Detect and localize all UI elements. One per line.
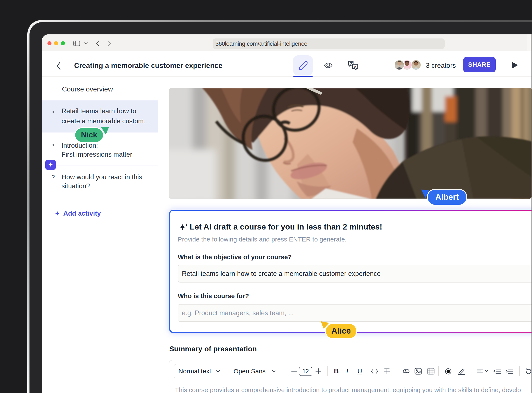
svg-text:A: A: [354, 65, 356, 68]
svg-text:文: 文: [350, 62, 353, 65]
